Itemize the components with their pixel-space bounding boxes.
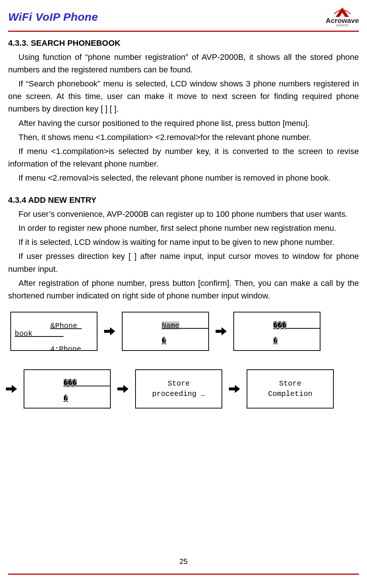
arrow-right-icon — [227, 382, 241, 396]
lcd-screen-number-focus: ��� � Phone Number [01] — [233, 312, 320, 351]
svg-marker-0 — [104, 327, 115, 335]
body-paragraph: If it is selected, LCD window is waiting… — [8, 236, 359, 249]
lcd-line: 4:Phone number — [15, 345, 95, 351]
lcd-line: Phone book — [15, 322, 82, 338]
lcd-line: � — [162, 337, 166, 345]
lcd-screen-name-input: Name � PhoneNumber [01] — [122, 312, 209, 351]
body-paragraph: After having the cursor positioned to th… — [8, 117, 359, 130]
diagram-row-2: ��� � 1234567 [01] Store proceeding … St… — [4, 369, 357, 408]
body-paragraph: If user presses direction key [ ] after … — [8, 250, 359, 275]
body-paragraph: If menu <1.compilation>is selected by nu… — [8, 145, 359, 170]
book-icon: & — [50, 321, 55, 329]
body-paragraph: If “Search phonebook” menu is selected, … — [8, 78, 359, 115]
arrow-right-icon — [4, 382, 18, 396]
lcd-line: ��� — [64, 379, 77, 387]
svg-marker-2 — [6, 385, 17, 393]
body-paragraph: Using function of “phone number registra… — [8, 51, 359, 76]
body-paragraph: For user’s convenience, AVP-2000B can re… — [8, 208, 359, 220]
lcd-line: Name — [162, 321, 179, 330]
svg-marker-3 — [117, 385, 128, 393]
lcd-line: ��� — [273, 321, 287, 330]
section-heading-search: 4.3.3. SEARCH PHONEBOOK — [8, 37, 359, 49]
arrow-right-icon — [116, 382, 130, 396]
lcd-line: � — [64, 394, 68, 403]
svg-marker-4 — [229, 385, 240, 393]
brand-subtext: systems — [336, 24, 349, 27]
body-paragraph: Then, it shows menu <1.compilation> <2.r… — [8, 131, 359, 144]
lcd-screen-store-proceeding: Store proceeding … — [135, 369, 222, 408]
body-paragraph: After registration of phone number, pres… — [8, 277, 359, 302]
body-paragraph: In order to register new phone number, f… — [8, 222, 359, 235]
diagram-row-1: &Phone book 4:Phone number registration … — [10, 312, 357, 351]
page-number: 25 — [0, 557, 367, 566]
page-header: WiFi VoIP Phone Acrowave systems — [0, 0, 367, 31]
acrowave-icon — [332, 7, 353, 18]
body-paragraph: If menu <2.removal>is selected, the rele… — [8, 172, 359, 184]
footer-rule — [8, 574, 359, 575]
body-content: 4.3.3. SEARCH PHONEBOOK Using function o… — [0, 32, 367, 412]
arrow-right-icon — [214, 324, 228, 338]
brand-logo: Acrowave systems — [326, 7, 359, 27]
lcd-screen-number-entered: ��� � 1234567 [01] — [24, 369, 111, 408]
page-title: WiFi VoIP Phone — [8, 11, 98, 23]
lcd-screen-store-completion: Store Completion — [247, 369, 334, 408]
arrow-right-icon — [103, 324, 117, 338]
lcd-line: � — [273, 337, 278, 345]
section-heading-add: 4.3.4 ADD NEW ENTRY — [8, 194, 359, 206]
svg-marker-1 — [216, 327, 227, 335]
lcd-screen-phonebook: &Phone book 4:Phone number registration — [10, 312, 97, 351]
